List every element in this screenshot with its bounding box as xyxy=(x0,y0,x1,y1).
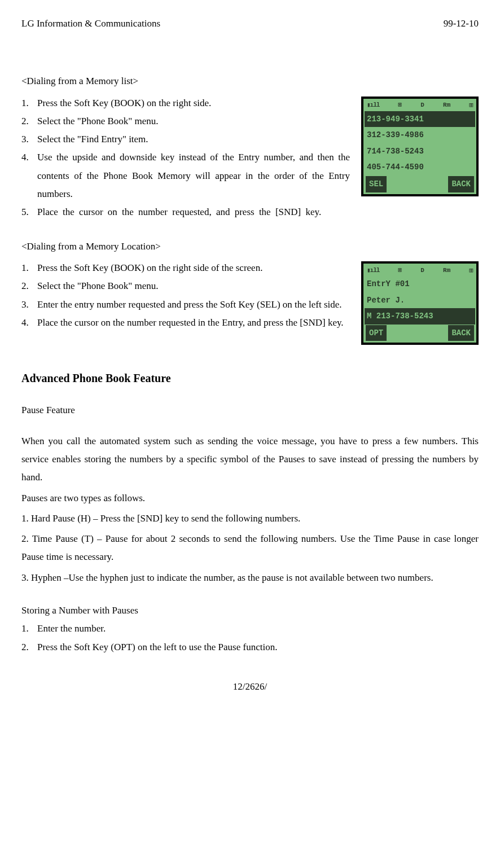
screen-line: 312-339-4986 xyxy=(365,127,475,143)
soft-key-left: SEL xyxy=(366,176,387,192)
list-item: 1.Press the Soft Key (BOOK) on the right… xyxy=(21,259,350,277)
pause-item-2: 2. Time Pause (T) – Pause for about 2 se… xyxy=(21,530,479,567)
soft-key-left: OPT xyxy=(366,325,387,341)
soft-keys: SEL BACK xyxy=(365,176,475,193)
signal-icon: ▮ıll xyxy=(367,99,379,111)
rm-icon: Rm xyxy=(443,99,450,111)
screen-line: 714-738-5243 xyxy=(365,143,475,160)
list-item: 2.Select the "Phone Book" menu. xyxy=(21,112,350,130)
list-item: 4.Place the cursor on the number request… xyxy=(21,314,350,332)
phone-screen-a: ▮ıll ⊠ D Rm ▥ 213-949-3341 312-339-4986 … xyxy=(361,97,479,196)
list-item: 4.Use the upside and downside key instea… xyxy=(21,148,350,203)
screen-line: Peter J. xyxy=(365,292,475,309)
section-b-title: <Dialing from a Memory Location> xyxy=(21,238,479,256)
list-item: 1.Enter the number. xyxy=(21,620,479,638)
advanced-subheading: Pause Feature xyxy=(21,401,479,419)
d-icon: D xyxy=(420,265,424,277)
screen-line: 405-744-4590 xyxy=(365,159,475,176)
message-icon: ⊠ xyxy=(398,99,402,111)
advanced-para2: Pauses are two types as follows. xyxy=(21,489,479,507)
message-icon: ⊠ xyxy=(398,265,402,277)
page-footer: 12/2626/ xyxy=(21,678,479,696)
section-b-content: 1.Press the Soft Key (BOOK) on the right… xyxy=(21,259,479,345)
pause-item-1: 1. Hard Pause (H) – Press the [SND] key … xyxy=(21,510,479,528)
rm-icon: Rm xyxy=(443,265,450,277)
advanced-para1: When you call the automated system such … xyxy=(21,432,479,487)
section-a-content: 1.Press the Soft Key (BOOK) on the right… xyxy=(21,94,479,222)
header-right: 99-12-10 xyxy=(444,15,479,33)
pause-item-3: 3. Hyphen –Use the hyphen just to indica… xyxy=(21,569,479,587)
screen-line: 213-949-3341 xyxy=(365,111,475,128)
list-item: 2.Select the "Phone Book" menu. xyxy=(21,277,350,295)
soft-key-right: BACK xyxy=(448,176,474,192)
battery-icon: ▥ xyxy=(469,99,473,111)
d-icon: D xyxy=(420,99,424,111)
list-item: 3.Select the "Find Entry" item. xyxy=(21,130,350,148)
status-bar: ▮ıll ⊠ D Rm ▥ xyxy=(365,265,475,276)
soft-keys: OPT BACK xyxy=(365,325,475,342)
battery-icon: ▥ xyxy=(469,265,473,277)
list-item: 5.Place the cursor on the number request… xyxy=(21,203,350,221)
storing-title: Storing a Number with Pauses xyxy=(21,602,479,620)
signal-icon: ▮ıll xyxy=(367,265,379,277)
list-item: 3.Enter the entry number requested and p… xyxy=(21,296,350,314)
section-a-title: <Dialing from a Memory list> xyxy=(21,72,479,90)
phone-screen-b: ▮ıll ⊠ D Rm ▥ EntrY #01 Peter J. M 213-7… xyxy=(361,261,479,345)
advanced-heading: Advanced Phone Book Feature xyxy=(21,367,479,389)
status-bar: ▮ıll ⊠ D Rm ▥ xyxy=(365,100,475,111)
list-item: 2.Press the Soft Key (OPT) on the left t… xyxy=(21,638,479,656)
screen-line: EntrY #01 xyxy=(365,276,475,292)
page-header: LG Information & Communications 99-12-10 xyxy=(21,15,479,33)
screen-line: M 213-738-5243 xyxy=(365,308,475,325)
header-left: LG Information & Communications xyxy=(21,15,160,33)
list-item: 1.Press the Soft Key (BOOK) on the right… xyxy=(21,94,350,112)
soft-key-right: BACK xyxy=(448,325,474,341)
